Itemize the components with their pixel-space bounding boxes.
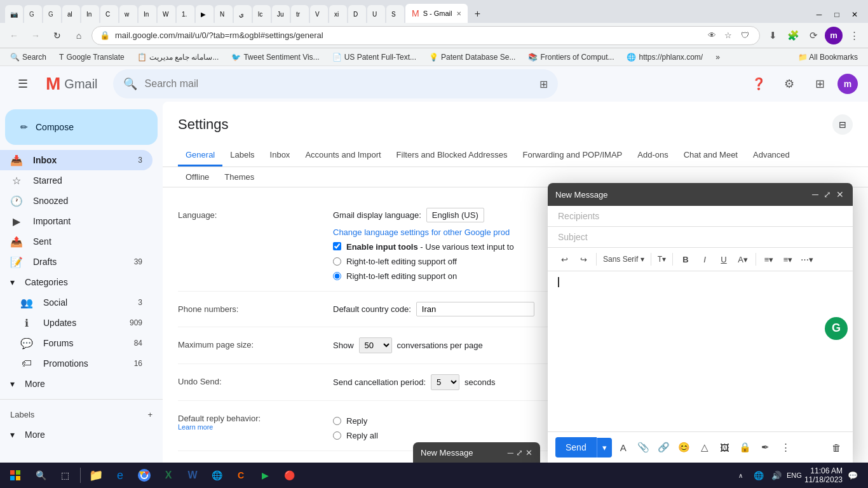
emoji-button[interactable]: 😊 [675, 438, 693, 456]
sidebar-item-updates[interactable]: ℹ Updates 909 [0, 313, 153, 333]
browser-tab[interactable]: Ju [272, 5, 290, 23]
taskbar-chrome[interactable] [133, 464, 156, 487]
taskbar-lang-label[interactable]: ENG [787, 468, 802, 483]
taskbar-volume-icon[interactable]: 🔊 [769, 468, 784, 483]
taskbar-network-icon[interactable]: 🌐 [751, 468, 766, 483]
browser-tab[interactable]: ▶ [196, 5, 214, 23]
taskbar-word[interactable]: W [181, 464, 204, 487]
browser-tab[interactable]: S [386, 5, 404, 23]
font-size-button[interactable]: T▾ [655, 250, 668, 268]
mini-expand-button[interactable]: ⤢ [516, 448, 523, 458]
taskbar-chevron[interactable]: ∧ [733, 468, 749, 483]
bookmark-mgmt[interactable]: 📋 سامانه جامع مديريت... [132, 51, 224, 63]
browser-tab[interactable]: lc [253, 5, 271, 23]
taskbar-corel[interactable]: C [229, 464, 252, 487]
bookmark-patdb[interactable]: 💡 Patent Database Se... [424, 51, 520, 63]
browser-tab[interactable]: G [43, 5, 61, 23]
tab-general[interactable]: General [178, 145, 222, 166]
page-size-select[interactable]: 25 50 100 [359, 337, 392, 353]
taskbar-edge[interactable]: e [109, 464, 132, 487]
minimize-button[interactable]: ─ [811, 6, 827, 23]
sidebar-item-social[interactable]: 👥 Social 3 [0, 292, 153, 313]
undo-button[interactable]: ↩ [555, 250, 573, 268]
underline-button[interactable]: U [715, 250, 733, 268]
compose-close-button[interactable]: ✕ [835, 188, 845, 201]
close-button[interactable]: ✕ [846, 6, 863, 23]
mini-close-button[interactable]: ✕ [526, 448, 532, 458]
delete-draft-button[interactable]: 🗑 [827, 438, 845, 456]
compose-button[interactable]: ✏ Compose [5, 109, 158, 145]
list-button[interactable]: ≡▾ [779, 250, 797, 268]
reply-all-radio[interactable] [333, 431, 341, 440]
taskbar-file-explorer[interactable]: 📁 [85, 464, 107, 487]
bookmark-phlanx[interactable]: 🌐 https://phlanx.com/ [621, 51, 708, 63]
browser-tab[interactable]: In [139, 5, 156, 23]
search-options-icon[interactable]: ⊞ [539, 78, 548, 90]
bookmark-patent[interactable]: 📄 US Patent Full-Text... [327, 51, 421, 63]
extensions-icon[interactable]: 🧩 [784, 27, 802, 44]
more-options-button[interactable]: ⋮ [777, 438, 795, 456]
cancel-period-select[interactable]: 5 10 20 30 [431, 374, 459, 390]
browser-tab[interactable]: 📷 [5, 5, 23, 23]
browser-tab[interactable]: W [158, 5, 175, 23]
add-label-button[interactable]: + [147, 410, 153, 419]
mini-minimize-button[interactable]: ─ [508, 448, 513, 458]
link-button[interactable]: 🔗 [655, 438, 673, 456]
taskbar-task-view[interactable]: ⬚ [53, 464, 76, 487]
home-button[interactable]: ⌂ [70, 27, 88, 44]
browser-tab-active[interactable]: M S - Gmail ✕ [405, 4, 468, 23]
taskbar-search[interactable]: 🔍 [29, 464, 52, 487]
compose-window-main-header[interactable]: New Message ─ ⤢ ✕ [548, 183, 853, 206]
all-bookmarks[interactable]: 📁 All Bookmarks [793, 51, 863, 63]
lock-button[interactable]: 🔒 [736, 438, 754, 456]
tab-labels[interactable]: Labels [222, 145, 262, 166]
attach-files-button[interactable]: 📎 [635, 438, 653, 456]
user-avatar[interactable]: m [837, 74, 858, 94]
browser-tab[interactable]: V [310, 5, 328, 23]
apps-button[interactable]: ⊞ [807, 71, 832, 97]
compose-minimize-button[interactable]: ─ [811, 188, 820, 201]
format-text-button[interactable]: A [614, 438, 632, 456]
browser-tab[interactable]: U [367, 5, 385, 23]
browser-tab[interactable]: tr [291, 5, 309, 23]
redo-button[interactable]: ↪ [574, 250, 592, 268]
browser-tab[interactable]: al [62, 5, 80, 23]
bookmarks-more[interactable]: » [710, 51, 725, 63]
sidebar-item-promotions[interactable]: 🏷 Promotions 16 [0, 353, 153, 374]
rtl-off-radio[interactable] [333, 257, 341, 266]
browser-tab[interactable]: N [215, 5, 233, 23]
bookmark-translate[interactable]: T Google Translate [54, 51, 130, 63]
bookmark-search[interactable]: 🔍 Search [5, 51, 51, 63]
sidebar-more-link[interactable]: ▾ More [0, 424, 153, 445]
taskbar-clock[interactable]: 11:06 AM 11/18/2023 [804, 466, 843, 484]
categories-toggle[interactable]: ▾ Categories [0, 272, 153, 292]
taskbar-edge2[interactable]: 🌐 [205, 464, 228, 487]
sidebar-item-drafts[interactable]: 📝 Drafts 39 [0, 252, 153, 272]
back-button[interactable]: ← [5, 27, 23, 44]
taskbar-app-red[interactable]: 🔴 [278, 464, 301, 487]
compose-window-mini[interactable]: New Message ─ ⤢ ✕ [413, 442, 540, 463]
tab-advanced[interactable]: Advanced [745, 145, 797, 166]
tab-forwarding[interactable]: Forwarding and POP/IMAP [515, 145, 630, 166]
tab-inbox[interactable]: Inbox [262, 145, 298, 166]
browser-tab[interactable]: D [348, 5, 366, 23]
sidebar-toggle[interactable]: ☰ [10, 71, 36, 97]
start-button[interactable] [3, 463, 28, 488]
taskbar-excel[interactable]: X [157, 464, 180, 487]
maximize-button[interactable]: □ [829, 6, 845, 23]
tab-addons[interactable]: Add-ons [630, 145, 675, 166]
text-color-button[interactable]: A▾ [734, 250, 752, 268]
font-selector[interactable]: Sans Serif ▾ [600, 250, 647, 268]
browser-tab[interactable]: G [24, 5, 42, 23]
sidebar-item-sent[interactable]: 📤 Sent [0, 231, 153, 252]
sidebar-item-forums[interactable]: 💬 Forums 84 [0, 333, 153, 353]
browser-tab[interactable]: ي [234, 5, 252, 23]
send-dropdown-button[interactable]: ▾ [597, 438, 612, 458]
profile-button[interactable]: m [825, 27, 843, 44]
tab-add-button[interactable]: + [469, 5, 487, 23]
tab-accounts-import[interactable]: Accounts and Import [297, 145, 388, 166]
compose-recipients-field[interactable]: Recipients [548, 206, 853, 227]
reload-button[interactable]: ↻ [48, 27, 66, 44]
compose-body[interactable] [548, 271, 853, 431]
settings-icon-button[interactable]: ⊟ [832, 114, 853, 135]
